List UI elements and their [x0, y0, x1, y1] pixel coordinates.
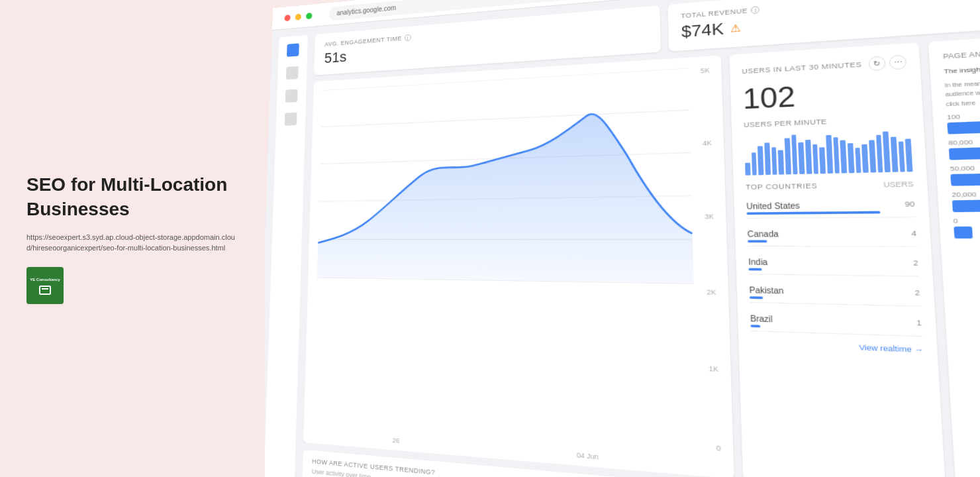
view-realtime-link[interactable]: View realtime → — [751, 339, 923, 354]
country-bar-wrap-in — [748, 268, 918, 273]
more-btn[interactable]: ⋯ — [889, 54, 906, 70]
brand-badge: YE Consultancy — [26, 267, 64, 304]
nav-settings-icon[interactable] — [285, 113, 297, 126]
h-bar-label-5: 0 — [953, 216, 980, 225]
h-bar-label-3: 50,000 — [950, 160, 980, 172]
page-url: https://seoexpert.s3.syd.ap.cloud-object… — [26, 232, 238, 254]
country-count-br: 1 — [916, 319, 922, 329]
country-name-br: Brazil — [750, 314, 773, 324]
view-report-link[interactable]: View report → — [955, 245, 980, 254]
close-dot — [284, 15, 290, 21]
y-label-2k: 2K — [707, 288, 716, 296]
top-countries-title: TOP COUNTRIES — [746, 182, 818, 191]
revenue-info-icon[interactable]: i — [751, 6, 760, 14]
bar-10 — [805, 139, 812, 174]
h-bar-wrap-5 — [954, 226, 980, 238]
svg-line-0 — [322, 68, 688, 90]
bar-8 — [791, 134, 798, 174]
country-row-br: Brazil 1 — [750, 311, 922, 337]
svg-line-1 — [321, 110, 689, 127]
users-count: 102 — [742, 77, 909, 113]
country-count-us: 90 — [905, 200, 915, 209]
bar-14 — [833, 137, 840, 174]
bar-18 — [862, 144, 869, 173]
analytics-content: Avg. engagement time i 51s Total revenue… — [265, 0, 980, 477]
line-chart-svg — [317, 68, 694, 284]
bar-7 — [785, 138, 791, 174]
h-bar-wrap-4 — [952, 198, 980, 212]
line-chart-card: 5K 4K 3K 2K 1K 0 — [303, 56, 734, 477]
x-label-26: 26 — [393, 437, 400, 445]
right-chart-title: PAGE AND SCREENS — [943, 42, 980, 61]
page-title: SEO for Multi-Location Businesses — [26, 173, 238, 221]
brand-icon — [39, 286, 51, 295]
brand-name: YE Consultancy — [28, 276, 62, 284]
maximize-dot — [306, 13, 312, 19]
browser-url-text: analytics.google.com — [336, 4, 396, 17]
analytics-main-content: Avg. engagement time i 51s Total revenue… — [303, 0, 980, 477]
country-bar-wrap-ca — [748, 240, 917, 242]
refresh-btn[interactable]: ↻ — [868, 56, 886, 71]
chart-area: 5K 4K 3K 2K 1K 0 — [303, 28, 980, 477]
analytics-window: analytics.google.com Avg. engagement tim… — [265, 0, 980, 477]
minimize-dot — [295, 13, 301, 20]
bar-1 — [745, 162, 750, 176]
h-bar-row-1: 100 — [946, 106, 980, 134]
engagement-info-icon[interactable]: i — [405, 34, 411, 42]
nav-home-icon[interactable] — [287, 43, 299, 57]
country-row-ca: Canada 4 — [747, 226, 917, 247]
nav-explore-icon[interactable] — [285, 89, 298, 103]
bar-17 — [855, 147, 861, 173]
country-count-in: 2 — [913, 259, 918, 268]
users-per-minute-label: USERS PER MINUTE — [744, 115, 910, 129]
users-controls: ↻ ⋯ — [868, 54, 906, 71]
y-label-0: 0 — [716, 444, 721, 452]
bar-23 — [898, 141, 905, 172]
country-name-ca: Canada — [747, 230, 778, 238]
revenue-value: $74K — [681, 19, 724, 42]
h-bar-row-5: 0 — [953, 216, 980, 238]
country-row-in: India 2 — [748, 254, 919, 276]
users-col-label: USERS — [883, 180, 914, 189]
warning-icon: ⚠ — [730, 22, 742, 34]
country-bar-wrap-us — [747, 211, 916, 215]
h-bar-wrap-3 — [950, 170, 980, 186]
top-countries-header: TOP COUNTRIES USERS — [746, 180, 914, 191]
users-panel-title: USERS IN LAST 30 MINUTES — [742, 60, 862, 75]
h-bar-3 — [950, 172, 980, 186]
country-bar-us — [747, 211, 880, 215]
bar-20 — [876, 135, 883, 173]
country-count-ca: 4 — [911, 229, 916, 238]
bar-15 — [840, 140, 847, 174]
h-bar-label-2: 80,000 — [948, 133, 980, 146]
country-count-pk: 2 — [914, 289, 920, 298]
y-label-4k: 4K — [703, 139, 712, 147]
analytics-sidebar — [265, 35, 308, 477]
bar-5 — [771, 147, 777, 175]
x-label-04jun: 04 Jun — [577, 451, 599, 461]
bar-9 — [799, 142, 805, 174]
h-bar-row-3: 50,000 — [950, 160, 980, 186]
y-label-5k: 5K — [701, 67, 710, 75]
country-name-us: United States — [746, 201, 800, 211]
users-panel-header: USERS IN LAST 30 MINUTES ↻ ⋯ — [742, 54, 906, 78]
bar-11 — [812, 144, 819, 174]
country-bar-pk — [750, 296, 763, 299]
nav-reports-icon[interactable] — [286, 66, 299, 80]
country-row-pk: Pakistan 2 — [749, 283, 920, 307]
bar-16 — [848, 142, 854, 173]
h-bar-label-1: 100 — [946, 106, 980, 121]
h-bar-2 — [949, 145, 980, 160]
y-axis: 5K 4K 3K 2K 1K 0 — [701, 67, 721, 453]
bar-12 — [819, 147, 826, 174]
h-bar-4 — [952, 199, 980, 212]
h-bar-row-2: 80,000 — [948, 133, 980, 160]
horizontal-bar-chart: 100 80,000 — [946, 106, 980, 238]
users-per-minute-chart — [744, 131, 913, 176]
bar-22 — [891, 136, 898, 172]
y-label-1k: 1K — [709, 365, 718, 374]
bar-2 — [752, 152, 758, 175]
analytics-panel: analytics.google.com Avg. engagement tim… — [265, 0, 980, 477]
bar-6 — [778, 150, 784, 175]
y-label-3k: 3K — [705, 213, 714, 221]
